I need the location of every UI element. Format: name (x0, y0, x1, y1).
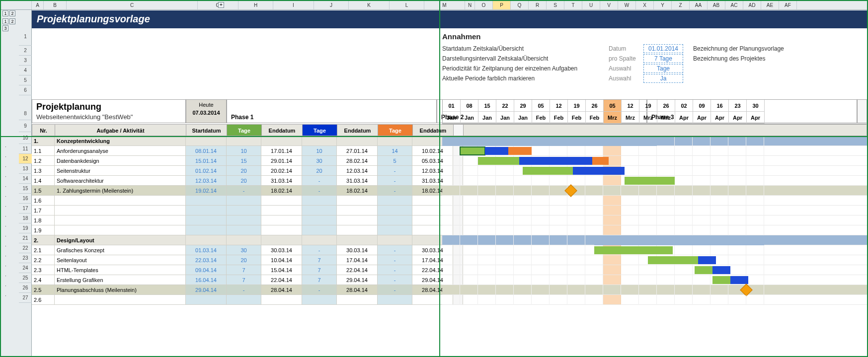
task-days-2[interactable] (302, 136, 337, 145)
gantt-cell[interactable] (460, 196, 478, 206)
task-days-1[interactable] (227, 215, 261, 225)
task-days-1[interactable] (227, 295, 261, 304)
gantt-cell[interactable] (693, 186, 710, 196)
row-header-5[interactable]: 5 (19, 75, 32, 85)
task-name[interactable]: 1. Zahlungstermin (Meilenstein) (55, 186, 186, 195)
col-header-J[interactable]: J (314, 1, 349, 9)
gantt-cell[interactable] (567, 295, 585, 305)
gantt-cell[interactable] (675, 186, 693, 196)
gantt-cell[interactable] (639, 166, 657, 176)
row-header-8[interactable]: 8 (19, 95, 32, 120)
gantt-cell[interactable] (603, 186, 621, 196)
gantt-cell[interactable] (567, 225, 585, 235)
header-enddate-2[interactable]: Enddatum (337, 125, 378, 136)
gantt-cell[interactable] (532, 215, 550, 225)
gantt-bar[interactable] (573, 167, 625, 175)
gantt-cell[interactable] (693, 156, 710, 166)
row-header-15[interactable]: 15 (19, 184, 32, 194)
gantt-cell[interactable] (710, 245, 728, 255)
row-header-25[interactable]: 25 (19, 273, 32, 283)
gantt-cell[interactable] (603, 206, 621, 215)
gantt-cell[interactable] (710, 146, 728, 156)
task-start[interactable]: 01.02.14 (186, 166, 227, 175)
row-header-6[interactable]: 6 (19, 85, 32, 95)
col-header-A[interactable]: A (32, 1, 44, 9)
gantt-cell[interactable] (550, 235, 567, 245)
gantt-cell[interactable] (746, 176, 764, 186)
task-days-2[interactable] (302, 225, 337, 235)
col-header-B[interactable]: B (44, 1, 67, 9)
gantt-cell[interactable] (746, 215, 764, 225)
task-name[interactable] (55, 225, 186, 235)
gantt-cell[interactable] (621, 255, 639, 265)
gantt-cell[interactable] (639, 215, 657, 225)
gantt-cell[interactable] (460, 225, 478, 235)
task-days-2[interactable]: 7 (302, 275, 337, 285)
gantt-cell[interactable] (496, 176, 514, 186)
gantt-cell[interactable] (442, 295, 460, 305)
gantt-cell[interactable] (514, 235, 532, 245)
gantt-cell[interactable] (675, 225, 693, 235)
gantt-cell[interactable] (496, 196, 514, 206)
row-numbers[interactable]: 1234568910111213141516171819212223242526… (19, 28, 32, 303)
col-header-AB[interactable]: AB (708, 1, 725, 9)
gantt-cell[interactable] (639, 225, 657, 235)
gantt-cell[interactable] (442, 265, 460, 275)
task-start[interactable] (186, 215, 227, 225)
column-ruler[interactable]: ABCGHIJKLMNOPQRSTUVWXYZAAABACADAEAF (1, 1, 867, 10)
gantt-cell[interactable] (496, 225, 514, 235)
assumption-value[interactable]: Tage (643, 64, 683, 73)
task-days-1[interactable]: 20 (227, 255, 261, 265)
gantt-cell[interactable] (478, 196, 496, 206)
gantt-cell[interactable] (496, 245, 514, 255)
gantt-cell[interactable] (478, 255, 496, 265)
task-days-2[interactable]: 7 (302, 255, 337, 265)
task-row[interactable]: 2.2 Seitenlayout 22.03.14 20 10.04.14 7 … (32, 255, 463, 265)
row-header-2[interactable]: 2 (19, 46, 32, 56)
gantt-cell[interactable] (532, 235, 550, 245)
gantt-cell[interactable] (550, 255, 567, 265)
gantt-cell[interactable] (657, 285, 675, 295)
gantt-cell[interactable] (639, 186, 657, 196)
task-name[interactable]: Konzeptentwicklung (55, 136, 186, 145)
gantt-cell[interactable] (567, 265, 585, 275)
gantt-cell[interactable] (585, 186, 603, 196)
gantt-cell[interactable] (710, 136, 728, 146)
gantt-cell[interactable] (496, 295, 514, 305)
gantt-cell[interactable] (478, 225, 496, 235)
gantt-cell[interactable] (532, 196, 550, 206)
row-header-27[interactable]: 27 (19, 293, 32, 303)
col-header-AE[interactable]: AE (761, 1, 779, 9)
gantt-cell[interactable] (567, 215, 585, 225)
gantt-cell[interactable] (675, 265, 693, 275)
gantt-bar[interactable] (698, 256, 716, 264)
col-header-AA[interactable]: AA (690, 1, 708, 9)
gantt-cell[interactable] (514, 265, 532, 275)
gantt-cell[interactable] (460, 265, 478, 275)
assumption-value[interactable]: 01.01.2014 (643, 44, 683, 53)
task-days-2[interactable]: - (302, 186, 337, 195)
gantt-cell[interactable] (532, 206, 550, 215)
task-days-1[interactable]: 20 (227, 176, 261, 185)
row-header-26[interactable]: 26 (19, 283, 32, 293)
gantt-cell[interactable] (603, 265, 621, 275)
gantt-cell[interactable] (728, 146, 746, 156)
task-start[interactable]: 15.01.14 (186, 156, 227, 165)
task-name[interactable] (55, 215, 186, 225)
row-header-14[interactable]: 14 (19, 174, 32, 184)
gantt-cell[interactable] (728, 255, 746, 265)
task-days-3[interactable]: - (378, 285, 412, 294)
row-header-21[interactable]: 21 (19, 233, 32, 243)
gantt-cell[interactable] (728, 206, 746, 215)
gantt-cell[interactable] (585, 215, 603, 225)
gantt-cell[interactable] (550, 265, 567, 275)
task-start[interactable]: 19.02.14 (186, 186, 227, 195)
gantt-cell[interactable] (728, 265, 746, 275)
gantt-cell[interactable] (460, 186, 478, 196)
task-row[interactable]: 1.9 (32, 225, 463, 235)
row-header-22[interactable]: 22 (19, 243, 32, 253)
gantt-cell[interactable] (657, 136, 675, 146)
gantt-cell[interactable] (532, 275, 550, 285)
gantt-cell[interactable] (710, 285, 728, 295)
task-days-1[interactable] (227, 196, 261, 205)
